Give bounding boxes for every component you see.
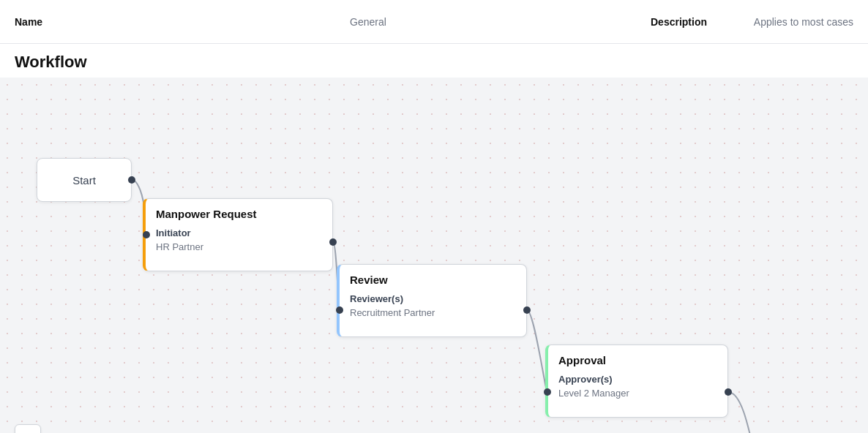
review-role-label: Reviewer(s): [350, 293, 516, 304]
header: Name General Description Applies to most…: [0, 0, 868, 44]
start-right-dot: [128, 176, 135, 184]
approval-left-dot: [544, 388, 551, 396]
review-right-dot: [523, 306, 531, 314]
node-approval[interactable]: Approval Approver(s) Level 2 Manager: [545, 344, 728, 418]
start-label: Start: [72, 174, 96, 187]
review-left-dot: [336, 306, 343, 314]
review-role-value: Recruitment Partner: [350, 307, 516, 318]
approval-right-dot: [725, 388, 732, 396]
node-review[interactable]: Review Reviewer(s) Recruitment Partner: [337, 264, 527, 337]
manpower-role-value: HR Partner: [156, 241, 322, 252]
approval-role-label: Approver(s): [558, 374, 717, 385]
header-name: Name: [15, 16, 146, 28]
manpower-title: Manpower Request: [156, 208, 322, 220]
review-title: Review: [350, 274, 516, 286]
header-general: General: [146, 16, 590, 28]
node-manpower[interactable]: Manpower Request Initiator HR Partner: [143, 198, 333, 271]
node-start[interactable]: Start: [37, 158, 132, 202]
approval-title: Approval: [558, 354, 717, 366]
add-button[interactable]: +: [15, 424, 41, 433]
workflow-canvas: Start Manpower Request Initiator HR Part…: [0, 78, 868, 433]
manpower-role-label: Initiator: [156, 227, 322, 238]
connections-svg: [0, 78, 868, 433]
manpower-left-dot: [143, 231, 150, 238]
page-title: Workflow: [0, 44, 868, 78]
manpower-right-dot: [329, 238, 337, 246]
approval-role-value: Level 2 Manager: [558, 388, 717, 399]
header-description: Description: [590, 16, 707, 28]
add-icon: +: [23, 429, 32, 434]
header-applies: Applies to most cases: [707, 16, 853, 28]
